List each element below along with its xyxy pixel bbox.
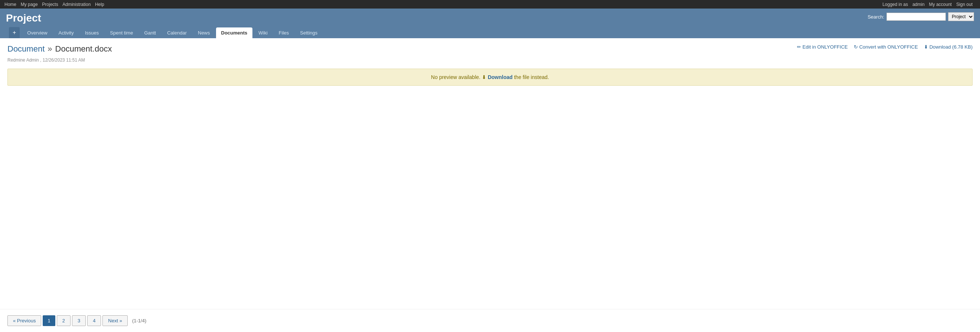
author-line: Redmine Admin , 12/26/2023 11:51 AM [8, 57, 972, 63]
tab-overview[interactable]: Overview [22, 27, 52, 38]
tab-spent-time[interactable]: Spent time [105, 27, 138, 38]
top-nav-left: Home My page Projects Administration Hel… [5, 2, 107, 7]
tab-calendar[interactable]: Calendar [162, 27, 192, 38]
nav-help[interactable]: Help [95, 2, 104, 7]
top-nav-right: Logged in as admin My account Sign out [882, 2, 975, 7]
logged-in-label: Logged in as [882, 2, 908, 7]
preview-download-link[interactable]: Download [488, 74, 513, 80]
main-content: Document » Document.docx Edit in ONLYOFF… [0, 38, 980, 92]
nav-home[interactable]: Home [5, 2, 16, 7]
search-input[interactable] [886, 13, 946, 21]
author-link[interactable]: Redmine Admin [8, 57, 39, 63]
edit-icon [797, 44, 801, 50]
preview-notice: No preview available. ⬇ Download the fil… [8, 68, 972, 86]
action-buttons: Edit in ONLYOFFICE Convert with ONLYOFFI… [797, 44, 972, 50]
document-title: Document » Document.docx [8, 44, 112, 54]
download-label: Download (6.78 KB) [929, 44, 972, 50]
tab-gantt[interactable]: Gantt [139, 27, 161, 38]
tab-activity[interactable]: Activity [54, 27, 79, 38]
nav-tabs: + Overview Activity Issues Spent time Ga… [6, 27, 974, 38]
username-link[interactable]: admin [912, 2, 925, 7]
edit-label: Edit in ONLYOFFICE [803, 44, 848, 50]
tab-settings[interactable]: Settings [295, 27, 323, 38]
add-tab-button[interactable]: + [9, 27, 20, 38]
nav-administration[interactable]: Administration [62, 2, 91, 7]
download-icon [924, 44, 928, 50]
project-title: Project [6, 12, 41, 27]
top-navigation: Home My page Projects Administration Hel… [0, 0, 980, 8]
nav-projects[interactable]: Projects [42, 2, 58, 7]
preview-text-after-content: the file instead. [514, 74, 549, 80]
convert-onlyoffice-button[interactable]: Convert with ONLYOFFICE [854, 44, 918, 50]
preview-text-before: No preview available. [431, 74, 480, 80]
download-button[interactable]: Download (6.78 KB) [924, 44, 972, 50]
publish-date: 12/26/2023 11:51 AM [43, 57, 85, 63]
document-filename: Document.docx [55, 44, 112, 54]
convert-icon [854, 44, 858, 50]
project-header: Project Search: Project + Overview Activ… [0, 8, 980, 38]
nav-my-page[interactable]: My page [21, 2, 38, 7]
content-header: Document » Document.docx Edit in ONLYOFF… [8, 44, 972, 56]
tab-documents[interactable]: Documents [216, 27, 253, 38]
tab-files[interactable]: Files [274, 27, 294, 38]
tab-news[interactable]: News [192, 27, 215, 38]
sign-out-link[interactable]: Sign out [956, 2, 972, 7]
document-parent-link[interactable]: Document [8, 44, 45, 54]
breadcrumb-separator: » [48, 44, 52, 54]
search-scope-select[interactable]: Project [948, 12, 974, 21]
tab-issues[interactable]: Issues [80, 27, 104, 38]
edit-onlyoffice-button[interactable]: Edit in ONLYOFFICE [797, 44, 848, 50]
my-account-link[interactable]: My account [929, 2, 952, 7]
search-row: Search: Project [867, 12, 974, 24]
preview-icon: ⬇ [482, 74, 488, 80]
convert-label: Convert with ONLYOFFICE [859, 44, 918, 50]
author-date: , [40, 57, 43, 63]
search-label: Search: [867, 14, 884, 20]
tab-wiki[interactable]: Wiki [253, 27, 273, 38]
